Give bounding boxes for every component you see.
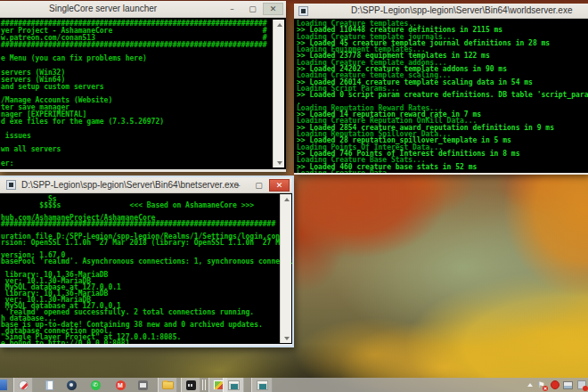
console-line: >> Loaded 0 script param creature defini… [297, 92, 588, 98]
system-tray: ⚑✕ [527, 378, 586, 392]
console-line: ########################################… [1, 221, 292, 227]
close-icon[interactable]: ✕ [269, 179, 290, 192]
taskbar-divider [202, 380, 206, 390]
console-line [1, 153, 286, 160]
bnetserver-scrollbar[interactable] [280, 194, 291, 343]
worldserver-titlebar[interactable]: D:\SPP-Legion\spp-legion\Server\Bin64\wo… [294, 4, 588, 19]
console-line: d exe files for the game (7.3.5.26972) [1, 118, 286, 126]
console-line: wn all servers [1, 146, 286, 153]
scroll-down-icon[interactable] [281, 333, 292, 343]
taskbar-file-explorer-icon[interactable] [158, 378, 177, 392]
network-icon[interactable] [563, 380, 573, 390]
bnetserver-titlebar[interactable]: D:\SPP-Legion\spp-legion\Server\Bin64\bn… [0, 177, 292, 193]
tray-app-alert-icon[interactable] [576, 380, 586, 390]
screen: SingleCore server launcher – ▢ ✕ #######… [0, 0, 588, 392]
launcher-console-text: ########################################… [0, 18, 286, 167]
scroll-up-icon[interactable] [281, 194, 292, 204]
bnetserver-console: Ss $$$$s <<< Based on AshamaneCore >>>hu… [0, 193, 292, 344]
show-hidden-icons-icon[interactable] [527, 383, 533, 387]
worldserver-console: Loading Creature templates...>> Loaded 1… [294, 19, 588, 173]
taskbar-steam-icon[interactable] [62, 378, 80, 392]
scroll-down-icon[interactable] [274, 158, 285, 167]
taskbar-dark-app-icon[interactable] [181, 378, 200, 392]
console-line: basePool 'realmd'. Asynchronous connecti… [1, 258, 292, 265]
console-line: er: [1, 160, 286, 167]
console-line: e Menu (you can fix problems here) [1, 55, 286, 62]
minimize-icon[interactable]: – [222, 3, 242, 15]
minimize-icon[interactable]: – [228, 179, 249, 192]
launcher-console: ########################################… [0, 18, 286, 169]
taskbar-console-window-1-icon[interactable] [223, 378, 244, 392]
taskbar-blocked-app-icon[interactable] [13, 378, 33, 392]
console-line: and setup custom servers [1, 84, 286, 91]
taskbar-whatsapp-icon[interactable]: ✆ [86, 378, 104, 392]
console-line: ########################################… [1, 42, 286, 49]
taskbar-partial-app-icon[interactable] [0, 378, 10, 392]
taskbar-console-window-2-icon[interactable] [251, 378, 273, 392]
worldserver-window-title: D:\SPP-Legion\spp-legion\Server\Bin64\wo… [351, 5, 572, 15]
launcher-window: SingleCore server launcher – ▢ ✕ #######… [0, 1, 286, 172]
worldserver-window: D:\SPP-Legion\spp-legion\Server\Bin64\wo… [294, 4, 588, 175]
taskbar-gmail-icon[interactable]: M [111, 378, 129, 392]
console-app-icon [298, 6, 308, 16]
console-line: issues [1, 133, 286, 140]
scroll-up-icon[interactable] [274, 20, 285, 29]
console-line: $$$$s <<< Based on AshamaneCore >>> [1, 202, 292, 208]
bnetserver-console-text: Ss $$$$s <<< Based on AshamaneCore >>>hu… [0, 193, 292, 344]
taskbar: ✆ M ⚑✕ [0, 378, 588, 392]
taskbar-media-app-icon[interactable] [134, 378, 151, 392]
launcher-scrollbar[interactable] [273, 20, 284, 167]
maximize-icon[interactable]: ▢ [249, 179, 269, 192]
console-app-icon [6, 180, 16, 190]
taskbar-notepad-icon[interactable] [40, 378, 58, 392]
console-line: rsion: OpenSSL 1.1.0h 27 Mar 2018 (libra… [1, 240, 292, 246]
close-icon[interactable]: ✕ [263, 3, 283, 15]
notifier-icon[interactable] [550, 380, 559, 390]
bnetserver-window-title: D:\SPP-Legion\spp-legion\Server\Bin64\bn… [21, 180, 239, 190]
launcher-titlebar[interactable]: SingleCore server launcher – ▢ ✕ [0, 1, 286, 18]
console-line [1, 126, 286, 133]
launcher-window-title: SingleCore server launcher [49, 4, 157, 13]
maximize-icon[interactable]: ▢ [242, 3, 263, 15]
action-center-icon[interactable]: ⚑✕ [536, 380, 546, 390]
bnetserver-window: D:\SPP-Legion\spp-legion\Server\Bin64\bn… [0, 176, 294, 347]
worldserver-console-text: Loading Creature templates...>> Loaded 1… [294, 19, 588, 173]
